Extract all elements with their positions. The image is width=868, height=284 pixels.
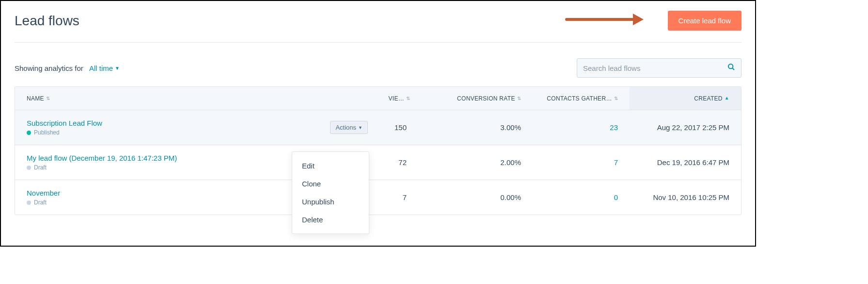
cell-views: 150 (368, 123, 431, 132)
status-dot-icon (27, 131, 31, 135)
analytics-filter: Showing analytics for All time ▼ (15, 64, 120, 72)
cell-contacts: 7 (533, 158, 630, 167)
dropdown-item-clone[interactable]: Clone (292, 175, 369, 193)
cell-created: Nov 10, 2016 10:25 PM (630, 193, 741, 201)
status-text: Draft (34, 164, 47, 171)
search-box[interactable] (577, 58, 742, 78)
toolbar: Showing analytics for All time ▼ (15, 58, 742, 78)
cell-created: Dec 19, 2016 6:47 PM (630, 158, 741, 167)
sort-icon: ⇅ (517, 96, 521, 101)
search-icon[interactable] (727, 63, 735, 73)
cell-conversion-rate: 3.00% (431, 123, 533, 132)
lead-flows-table: NAME⇅ VIE…⇅ CONVERSION RATE⇅ CONTACTS GA… (15, 86, 742, 215)
cell-contacts: 0 (533, 193, 630, 201)
actions-button[interactable]: Actions▼ (330, 121, 368, 134)
create-lead-flow-button[interactable]: Create lead flow (668, 11, 742, 31)
cell-conversion-rate: 0.00% (431, 193, 533, 201)
sort-icon: ⇅ (46, 96, 50, 101)
column-label: VIE… (389, 95, 405, 102)
sort-icon: ⇅ (406, 96, 410, 101)
status-text: Published (34, 129, 60, 136)
status-badge: Published (27, 129, 303, 136)
column-header-views[interactable]: VIE…⇅ (368, 95, 431, 102)
lead-flow-name-link[interactable]: Subscription Lead Flow (27, 119, 303, 127)
column-header-created[interactable]: CREATED▲ (630, 87, 741, 110)
sort-icon: ⇅ (614, 96, 618, 101)
dropdown-item-edit[interactable]: Edit (292, 157, 369, 175)
column-header-name[interactable]: NAME⇅ (15, 95, 315, 102)
cell-actions: Actions▼ (315, 121, 368, 134)
contacts-link[interactable]: 23 (610, 123, 618, 132)
table-row[interactable]: NovemberDraft70.00%0Nov 10, 2016 10:25 P… (15, 180, 741, 215)
time-range-dropdown[interactable]: All time ▼ (89, 64, 120, 72)
table-row[interactable]: Subscription Lead FlowPublishedActions▼1… (15, 110, 741, 145)
caret-down-icon: ▼ (358, 125, 363, 130)
dropdown-item-delete[interactable]: Delete (292, 211, 369, 229)
cell-conversion-rate: 2.00% (431, 158, 533, 167)
actions-button-label: Actions (335, 124, 356, 131)
arrow-head-icon (633, 14, 644, 25)
time-range-value: All time (89, 64, 113, 72)
app-frame: Lead flows Create lead flow Showing anal… (0, 0, 756, 247)
arrow-line (565, 18, 633, 21)
table-body: Subscription Lead FlowPublishedActions▼1… (15, 110, 741, 215)
status-dot-icon (27, 200, 31, 205)
column-header-conversion[interactable]: CONVERSION RATE⇅ (431, 95, 533, 102)
page-title: Lead flows (15, 13, 79, 29)
cell-views: 72 (368, 158, 431, 167)
column-label: CONVERSION RATE (457, 95, 515, 102)
search-input[interactable] (583, 64, 727, 72)
status-dot-icon (27, 166, 31, 170)
lead-flow-name-link[interactable]: My lead flow (December 19, 2016 1:47:23 … (27, 154, 303, 162)
caret-down-icon: ▼ (115, 66, 120, 71)
dropdown-item-unpublish[interactable]: Unpublish (292, 193, 369, 211)
status-badge: Draft (27, 199, 303, 206)
status-text: Draft (34, 199, 47, 206)
column-label: CREATED (694, 95, 723, 102)
status-badge: Draft (27, 164, 303, 171)
contacts-link[interactable]: 0 (614, 193, 618, 201)
cell-contacts: 23 (533, 123, 630, 132)
cell-views: 7 (368, 193, 431, 201)
cell-name: My lead flow (December 19, 2016 1:47:23 … (15, 154, 315, 171)
lead-flow-name-link[interactable]: November (27, 189, 303, 197)
contacts-link[interactable]: 7 (614, 158, 618, 167)
cell-name: NovemberDraft (15, 189, 315, 206)
table-header: NAME⇅ VIE…⇅ CONVERSION RATE⇅ CONTACTS GA… (15, 87, 741, 110)
column-header-contacts[interactable]: CONTACTS GATHER…⇅ (533, 95, 630, 102)
annotation-arrow (565, 14, 644, 25)
column-label: CONTACTS GATHER… (547, 95, 612, 102)
column-label: NAME (27, 95, 44, 102)
filter-prefix: Showing analytics for (15, 64, 83, 72)
table-row[interactable]: My lead flow (December 19, 2016 1:47:23 … (15, 145, 741, 180)
svg-line-1 (732, 68, 734, 70)
svg-point-0 (728, 64, 733, 68)
cell-name: Subscription Lead FlowPublished (15, 119, 315, 136)
actions-dropdown-menu: EditCloneUnpublishDelete (292, 151, 369, 234)
sort-asc-icon: ▲ (725, 95, 729, 100)
cell-created: Aug 22, 2017 2:25 PM (630, 123, 741, 132)
